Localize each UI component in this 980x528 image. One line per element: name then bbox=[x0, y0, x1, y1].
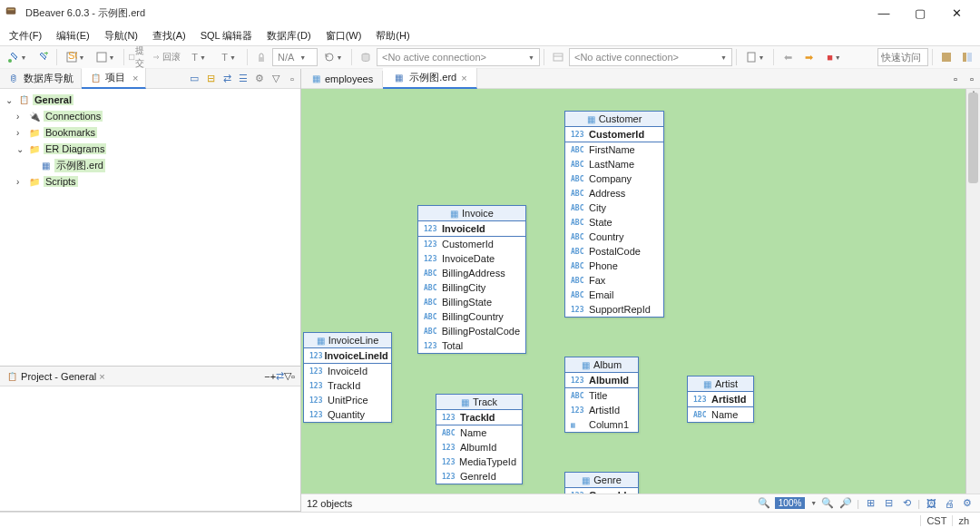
tx-log-button[interactable]: T▼ bbox=[214, 47, 243, 67]
column-row[interactable]: 123AlbumId bbox=[565, 373, 638, 388]
tree-item-erd-file[interactable]: ▦示例图.erd bbox=[2, 157, 299, 173]
lock-icon[interactable] bbox=[251, 47, 271, 67]
close-button[interactable]: ✕ bbox=[938, 2, 975, 24]
column-row[interactable]: ABCBillingPostalCode bbox=[418, 324, 525, 338]
link-icon[interactable]: ⇄ bbox=[276, 370, 284, 382]
column-row[interactable]: 123CustomerId bbox=[418, 237, 525, 251]
conn-combo-2[interactable]: <No active connection>▼ bbox=[569, 48, 732, 66]
column-row[interactable]: 123CustomerId bbox=[565, 127, 663, 142]
tab-employees[interactable]: ▦employees bbox=[303, 71, 383, 87]
new-conn-button[interactable]: ▼ bbox=[3, 47, 32, 67]
recent-sql-button[interactable]: ▼ bbox=[91, 47, 120, 67]
column-row[interactable]: ABCLastName bbox=[565, 157, 663, 171]
conn-combo-1[interactable]: <No active connection>▼ bbox=[377, 48, 540, 66]
column-row[interactable]: 123Total bbox=[418, 338, 525, 353]
entity-album[interactable]: ▦Album123AlbumIdABCTitle123ArtistId▦Colu… bbox=[564, 357, 639, 433]
commit-button[interactable]: 提交 bbox=[128, 47, 148, 67]
column-row[interactable]: 123InvoiceDate bbox=[418, 251, 525, 266]
new-conn-wizard-button[interactable]: + bbox=[33, 47, 53, 67]
close-icon[interactable]: × bbox=[461, 73, 466, 83]
menu-window[interactable]: 窗口(W) bbox=[318, 27, 369, 44]
column-row[interactable]: 123ArtistId bbox=[565, 403, 638, 417]
quick-access-input[interactable] bbox=[877, 48, 928, 66]
menu-icon[interactable]: ▽ bbox=[268, 71, 284, 87]
column-row[interactable]: ABCBillingAddress bbox=[418, 266, 525, 280]
column-row[interactable]: 123TrackId bbox=[304, 378, 391, 393]
column-row[interactable]: ABCEmail bbox=[565, 288, 663, 302]
entity-invoice[interactable]: ▦Invoice123InvoiceId123CustomerId123Invo… bbox=[417, 205, 526, 354]
zoom-value[interactable]: 100% bbox=[775, 497, 806, 509]
menu-database[interactable]: 数据库(D) bbox=[260, 27, 318, 44]
entity-customer[interactable]: ▦Customer123CustomerIdABCFirstNameABCLas… bbox=[564, 111, 664, 318]
project-tree[interactable]: ⌄📋General ›🔌Connections ›📁Bookmarks ⌄📁ER… bbox=[0, 89, 300, 366]
column-row[interactable]: ABCBillingCountry bbox=[418, 309, 525, 324]
column-row[interactable]: 123GenreId bbox=[565, 488, 638, 494]
export-icon[interactable]: 🖼 bbox=[924, 498, 938, 509]
sql-editor-button[interactable]: SQL▼ bbox=[61, 47, 90, 67]
entity-invoiceline[interactable]: ▦InvoiceLine123InvoiceLineId123InvoiceId… bbox=[303, 332, 392, 423]
column-row[interactable]: ABCBillingState bbox=[418, 295, 525, 309]
column-row[interactable]: ABCCity bbox=[565, 200, 663, 215]
back-button[interactable]: ⬅ bbox=[778, 47, 798, 67]
search-icon[interactable]: 🔍 bbox=[757, 497, 771, 509]
tab-db-navigator[interactable]: 🛢数据库导航 bbox=[0, 69, 82, 88]
column-row[interactable]: ABCPostalCode bbox=[565, 244, 663, 259]
column-row[interactable]: ABCName bbox=[436, 425, 522, 440]
tree-item-erdiagrams[interactable]: ⌄📁ER Diagrams bbox=[2, 141, 299, 157]
tab-projects[interactable]: 📋项目× bbox=[82, 68, 146, 89]
db-icon[interactable] bbox=[356, 47, 376, 67]
column-row[interactable]: ABCCountry bbox=[565, 230, 663, 244]
tree-item-general[interactable]: ⌄📋General bbox=[2, 92, 299, 108]
column-row[interactable]: 123InvoiceId bbox=[304, 364, 391, 378]
zoom-in-icon[interactable]: 🔍 bbox=[820, 497, 835, 509]
column-row[interactable]: ABCFirstName bbox=[565, 142, 663, 157]
column-row[interactable]: ABCBillingCity bbox=[418, 280, 525, 295]
rollback-button[interactable]: 回滚 bbox=[149, 47, 183, 67]
collapse-icon[interactable]: ⊟ bbox=[202, 71, 219, 87]
link-icon[interactable]: ⇄ bbox=[219, 71, 235, 87]
column-row[interactable]: ABCState bbox=[565, 215, 663, 230]
column-row[interactable]: 123Quantity bbox=[304, 407, 391, 422]
column-row[interactable]: 123SupportRepId bbox=[565, 302, 663, 317]
column-row[interactable]: ▦Column1 bbox=[565, 417, 638, 432]
gear-icon[interactable]: ⚙ bbox=[251, 71, 268, 87]
column-row[interactable]: ABCName bbox=[688, 407, 753, 422]
grid-icon[interactable]: ⊟ bbox=[881, 497, 896, 509]
column-row[interactable]: 123ArtistId bbox=[688, 392, 753, 407]
column-row[interactable]: ABCAddress bbox=[565, 186, 663, 200]
view-icon[interactable]: ▭ bbox=[186, 71, 202, 87]
fwd-button[interactable]: ➡ bbox=[799, 47, 818, 67]
layout-icon[interactable]: ⊞ bbox=[863, 497, 877, 509]
tree-item-connections[interactable]: ›🔌Connections bbox=[2, 108, 299, 124]
tx-mode-button[interactable]: T▼ bbox=[184, 47, 213, 67]
menu-edit[interactable]: 编辑(E) bbox=[49, 27, 97, 44]
restore-editor-icon[interactable]: ▫ bbox=[964, 71, 980, 87]
stop-button[interactable]: ■▼ bbox=[819, 47, 848, 67]
column-row[interactable]: 123GenreId bbox=[436, 469, 522, 484]
menu-help[interactable]: 帮助(H) bbox=[368, 27, 416, 44]
column-row[interactable]: 123MediaTypeId bbox=[436, 455, 522, 469]
entity-track[interactable]: ▦Track123TrackIdABCName123AlbumId123Medi… bbox=[436, 394, 523, 484]
column-row[interactable]: ABCTitle bbox=[565, 388, 638, 403]
tree-item-scripts[interactable]: ›📁Scripts bbox=[2, 173, 299, 190]
column-row[interactable]: 123UnitPrice bbox=[304, 393, 391, 407]
tab-erd[interactable]: ▦示例图.erd× bbox=[383, 68, 476, 89]
tree-item-bookmarks[interactable]: ›📁Bookmarks bbox=[2, 124, 299, 141]
minimize-panel-icon[interactable]: ▫ bbox=[284, 71, 300, 87]
entity-artist[interactable]: ▦Artist123ArtistIdABCName bbox=[687, 376, 754, 423]
menu-icon[interactable]: ▽ bbox=[284, 370, 291, 382]
close-icon[interactable]: × bbox=[132, 73, 138, 83]
vertical-scrollbar[interactable]: ∧ bbox=[965, 89, 980, 494]
menu-sql-editor[interactable]: SQL 编辑器 bbox=[193, 27, 260, 44]
maximize-editor-icon[interactable]: ▫ bbox=[947, 71, 964, 87]
entity-genre[interactable]: ▦Genre123GenreId bbox=[564, 472, 639, 494]
config-icon[interactable]: ☰ bbox=[235, 71, 251, 87]
perspective-dbeaver-icon[interactable] bbox=[936, 47, 956, 67]
menu-navigate[interactable]: 导航(N) bbox=[97, 27, 145, 44]
column-row[interactable]: 123InvoiceId bbox=[418, 221, 525, 237]
print-icon[interactable]: 🖨 bbox=[942, 498, 956, 509]
auto-combo[interactable]: N/A▼ bbox=[272, 48, 318, 66]
column-row[interactable]: ABCPhone bbox=[565, 259, 663, 273]
menu-file[interactable]: 文件(F) bbox=[2, 27, 49, 44]
maximize-button[interactable]: ▢ bbox=[902, 2, 938, 24]
